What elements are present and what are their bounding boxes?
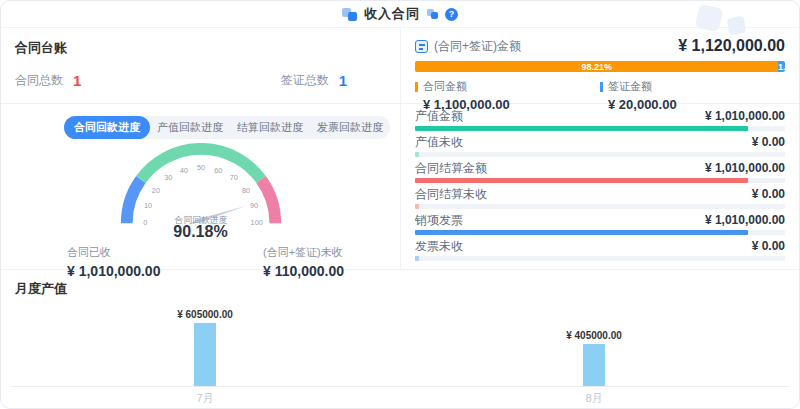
metric-bar-fill [415,152,419,157]
bar-value-label: ¥ 405000.00 [566,330,622,341]
metric-bar-fill [415,126,748,131]
metric-bar-track [415,204,785,209]
summary-label: (合同+签证)金额 [434,38,672,55]
svg-text:60: 60 [214,166,222,175]
gauge-chart: 0 10 20 30 40 50 60 70 80 90 100 [101,143,301,241]
svg-text:10: 10 [143,201,151,210]
svg-text:0: 0 [143,218,147,227]
metric-row-sales-invoice: 销项发票 ¥ 1,010,000.00 [415,214,785,235]
x-tick-august: 8月 [538,391,650,406]
payment-progress-section: 合同回款进度 产值回款进度 结算回款进度 发票回款进度 0 10 20 [1,104,400,279]
right-column: (合同+签证)金额 ¥ 1,120,000.00 98.21% 1. 合同金额 … [401,28,799,269]
summary-total: ¥ 1,120,000.00 [678,37,785,55]
summary-header-row: (合同+签证)金额 ¥ 1,120,000.00 [415,37,785,55]
contract-amount-legend: 合同金额 ¥ 1,100,000.00 [415,79,600,112]
metric-bar-track [415,256,785,261]
metric-row-output-amount: 产值金额 ¥ 1,010,000.00 [415,110,785,131]
metric-bar-fill [415,178,748,183]
metric-rows-section: 产值金额 ¥ 1,010,000.00 产值未收 ¥ 0.00 [401,104,799,261]
legend-label: 签证金额 [608,79,652,94]
visa-amount-segment: 1. [778,61,785,72]
stat-label: 签证总数 [281,72,329,89]
contract-stack-icon [342,8,357,21]
bar-august [583,344,605,386]
metric-label: 产值金额 [415,110,463,123]
metric-label: 合同结算未收 [415,188,487,201]
metric-value: ¥ 0.00 [752,240,785,253]
x-tick-july: 7月 [149,391,261,406]
metric-label: 发票未收 [415,240,463,253]
metric-label: 销项发票 [415,214,463,227]
header: 收入合同 ? [1,1,799,28]
page-title: 收入合同 [364,5,420,23]
visa-count-stat: 签证总数 1 [281,72,347,89]
tab-output-payment-progress[interactable]: 产值回款进度 [150,116,230,139]
svg-text:50: 50 [196,163,204,172]
unreceived-label: (合同+签证)未收 [263,245,344,260]
amount-summary-section: (合同+签证)金额 ¥ 1,120,000.00 98.21% 1. 合同金额 … [401,28,799,104]
svg-text:70: 70 [229,173,237,182]
legend-mark [415,82,418,92]
gauge-svg: 0 10 20 30 40 50 60 70 80 90 100 [108,143,294,229]
stat-label: 合同总数 [15,72,63,89]
metric-bar-track [415,178,785,183]
bar-group-august: ¥ 405000.00 [538,330,650,386]
main-panels: 合同台账 合同总数 1 签证总数 1 合同回款进度 产值回款进度 结算回 [1,28,799,270]
metric-row-settlement-unreceived: 合同结算未收 ¥ 0.00 [415,188,785,209]
visa-amount-legend: 签证金额 ¥ 20,000.00 [600,79,785,112]
contract-stack-small-icon [427,9,438,19]
tab-contract-payment-progress[interactable]: 合同回款进度 [64,116,150,139]
metric-value: ¥ 0.00 [752,188,785,201]
ledger-title: 合同台账 [15,39,386,57]
svg-text:90: 90 [249,201,257,210]
bar-group-july: ¥ 605000.00 [149,309,261,386]
received-label: 合同已收 [67,245,160,260]
metric-value: ¥ 1,010,000.00 [705,110,785,123]
svg-text:100: 100 [250,218,262,227]
gauge-segment-high [261,179,275,223]
tab-invoice-payment-progress[interactable]: 发票回款进度 [310,116,390,139]
contract-count-stat: 合同总数 1 [15,72,81,89]
svg-text:80: 80 [241,186,249,195]
metric-row-invoice-unreceived: 发票未收 ¥ 0.00 [415,240,785,261]
progress-tab-bar: 合同回款进度 产值回款进度 结算回款进度 发票回款进度 [64,116,390,139]
svg-text:20: 20 [151,186,159,195]
legend-label: 合同金额 [423,79,467,94]
gauge-segment-low [126,179,140,223]
left-column: 合同台账 合同总数 1 签证总数 1 合同回款进度 产值回款进度 结算回 [1,28,401,269]
stat-value: 1 [339,72,347,89]
metric-value: ¥ 1,010,000.00 [705,162,785,175]
monthly-output-section: 月度产值 ¥ 605000.00 ¥ 405000.00 7月 8月 [1,270,799,409]
metric-bar-track [415,126,785,131]
metric-bar-fill [415,204,419,209]
svg-text:40: 40 [179,166,187,175]
document-icon [415,40,428,53]
monthly-title: 月度产值 [15,280,67,298]
legend-mark [600,82,603,92]
x-axis-line [11,386,789,387]
svg-text:30: 30 [164,173,172,182]
stat-value: 1 [73,72,81,89]
tab-settlement-payment-progress[interactable]: 结算回款进度 [230,116,310,139]
metric-bar-track [415,152,785,157]
bar-value-label: ¥ 605000.00 [177,309,233,320]
income-contract-dashboard: 收入合同 ? 合同台账 合同总数 1 签证总数 1 [0,0,800,409]
metric-label: 产值未收 [415,136,463,149]
ledger-stats: 合同总数 1 签证总数 1 [15,72,347,89]
metric-bar-fill [415,256,419,261]
metric-bar-fill [415,230,748,235]
metric-value: ¥ 1,010,000.00 [705,214,785,227]
summary-legend: 合同金额 ¥ 1,100,000.00 签证金额 ¥ 20,000.00 [415,79,785,112]
contract-amount-segment: 98.21% [415,61,778,72]
amount-split-bar: 98.21% 1. [415,61,785,72]
contract-ledger-section: 合同台账 合同总数 1 签证总数 1 [1,28,400,104]
metric-row-settlement-amount: 合同结算金额 ¥ 1,010,000.00 [415,162,785,183]
help-icon[interactable]: ? [445,8,458,21]
metric-bar-track [415,230,785,235]
metric-label: 合同结算金额 [415,162,487,175]
metric-row-output-unreceived: 产值未收 ¥ 0.00 [415,136,785,157]
bar-july [194,323,216,386]
metric-value: ¥ 0.00 [752,136,785,149]
